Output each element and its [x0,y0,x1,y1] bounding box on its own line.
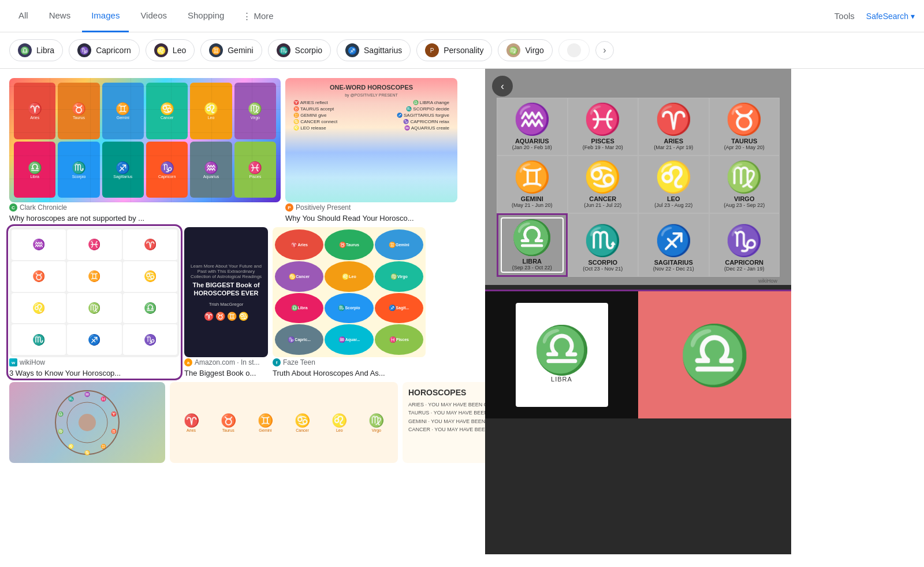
nav-videos[interactable]: Videos [131,0,176,32]
source-amazon: a Amazon.com · In st... [184,358,268,366]
filter-chip-gemini[interactable]: ♊ Gemini [200,39,262,61]
source-label-faze: Faze Teen [283,358,315,366]
chip-label-gemini: Gemini [228,46,253,55]
chevron-right-icon: › [603,45,606,55]
taurus-symbol: ♉ [725,104,763,134]
source-faze: f Faze Teen [273,358,426,366]
image-row-3: ♒ ♓ ♈ ♉ ♊ ♋ ♌ ♍ ♎ ♏ [9,382,476,463]
image-row-2: ♒ ♓ ♈ ♉ ♊ ♋ ♌ ♍ ♎ ♏ ♐ ♑ w wikiHow 3 [9,227,476,377]
tools-button[interactable]: Tools [825,6,864,25]
libra-label-white-card: LIBRA [551,376,572,383]
result-zodiac-wheel[interactable]: ♒ ♓ ♈ ♉ ♊ ♋ ♌ ♍ ♎ ♏ [9,382,165,463]
back-button[interactable]: ‹ [492,76,513,97]
zodiac-aries: ♈ ARIES (Mar 21 - Apr 19) [638,98,709,155]
svg-text:♋: ♋ [84,450,90,455]
filter-chip-leo[interactable]: ♌ Leo [146,39,195,61]
chip-icon-leo: ♌ [154,43,168,57]
aquarius-symbol: ♒ [513,104,551,134]
top-navigation: All News Images Videos Shopping ⋮ More T… [0,0,924,32]
gemini-dates: (May 21 - Jun 20) [512,202,553,208]
gemini-symbol: ♊ [513,162,551,192]
more-dots-icon: ⋮ [243,11,251,21]
virgo-name: VIRGO [734,195,754,202]
filter-chip-sagittarius[interactable]: ♐ Sagittarius [337,39,411,61]
aries-symbol: ♈ [655,104,692,134]
nav-images[interactable]: Images [82,0,129,32]
cancer-name: CANCER [589,195,616,202]
pisces-name: PISCES [591,138,614,144]
filter-chip-scorpio[interactable]: ♏ Scorpio [268,39,331,61]
zodiac-libra-selected[interactable]: ♎ LIBRA (Sep 23 - Oct 22) [497,213,568,277]
svg-text:♓: ♓ [100,396,106,402]
wikihow-watermark: wikiHow [497,277,780,285]
zodiac-sagittarius: ♐ SAGITARIUS (Nov 22 - Dec 21) [638,213,709,277]
result-wikihow[interactable]: ♒ ♓ ♈ ♉ ♊ ♋ ♌ ♍ ♎ ♏ ♐ ♑ w wikiHow 3 [9,227,180,377]
source-icon-amazon: a [184,358,192,366]
aquarius-name: AQUARIUS [515,138,549,144]
source-icon-wikihow: w [9,358,17,366]
nav-all[interactable]: All [9,0,38,32]
svg-point-2 [79,414,96,431]
nav-news[interactable]: News [40,0,80,32]
chip-label-libra: Libra [36,46,54,55]
result-amazon[interactable]: Learn More About Your Future and Past wi… [184,227,268,377]
result-title-positively: Why You Should Read Your Horosco... [285,214,457,223]
filter-next-button[interactable]: › [595,41,614,60]
bottom-panel-black[interactable]: ♎ LIBRA [485,291,638,418]
chip-icon-scorpio: ♏ [277,43,290,57]
chip-label-leo: Leo [173,46,186,55]
capricorn-dates: (Dec 22 - Jan 19) [724,266,765,272]
scorpio-name: SCORPIO [588,259,617,266]
one-word-row-2: ♊ GEMINI give ♐ SAGITTARIUS forgive [291,112,452,118]
symbol-aquarius: ♒ [12,229,66,260]
nav-more[interactable]: ⋮ More [236,6,280,26]
chip-label-capricorn: Capricorn [96,46,131,55]
filter-chip-virgo[interactable]: ♍ Virgo [498,39,552,61]
symbol-aries: ♈ [123,229,177,260]
zodiac-gemini: ♊ GEMINI (May 21 - Jun 20) [497,155,568,213]
result-clark-chronicle[interactable]: ♈ Aries ♉ Taurus ♊ Gemini ♋ [9,78,281,223]
bottom-panel-red[interactable]: ♎ [638,291,791,418]
capricorn-name: CAPRICORN [725,259,763,266]
source-positively: P Positively Present [285,203,457,212]
symbol-scorpio-s: ♏ [12,324,66,355]
result-orange-zodiac[interactable]: ♈ Aries ♉ Taurus ♊ Gemini ♋ [170,382,398,463]
book-author: Trish MacGregor [209,302,244,307]
scorpio-symbol: ♏ [584,225,621,255]
cancer-symbol: ♋ [584,162,621,192]
libra-symbol-white-card: ♎ [533,327,591,373]
filter-chip-libra[interactable]: ♎ Libra [9,39,63,61]
leo-dates: (Jul 23 - Aug 22) [654,202,692,208]
one-word-row-4: ♌ LEO release ♒ AQUARIUS create [291,125,452,131]
sagittarius-name: SAGITARIUS [654,259,693,266]
sagittarius-symbol: ♐ [655,225,692,255]
aries-name: ARIES [664,138,683,144]
main-content: ♈ Aries ♉ Taurus ♊ Gemini ♋ [0,69,924,554]
zodiac-leo: ♌ LEO (Jul 23 - Aug 22) [638,155,709,213]
libra-card-white: ♎ LIBRA [516,303,608,407]
pisces-dates: (Feb 19 - Mar 20) [583,144,623,150]
zodiac-pisces: ♓ PISCES (Feb 19 - Mar 20) [568,98,639,155]
safesearch-button[interactable]: SafeSearch ▾ [866,12,915,21]
nav-more-label: More [254,11,273,21]
result-faze[interactable]: ♈Aries ♉Taurus ♊Gemini ♋Cancer ♌Leo ♍Vir… [273,227,426,377]
filter-bar: ♎ Libra ♑ Capricorn ♌ Leo ♊ Gemini ♏ Sco… [0,32,924,69]
symbol-sagittarius-s: ♐ [67,324,121,355]
source-clark: C Clark Chronicle [9,203,281,212]
filter-chip-personality[interactable]: P Personality [416,39,492,61]
book-subtitle: Learn More About Your Future and Past wi… [189,264,263,279]
result-positively-present[interactable]: ONE-WORD HOROSCOPES by @POSITIVELY PRESE… [285,78,457,223]
svg-text:♈: ♈ [111,411,117,417]
nav-shopping[interactable]: Shopping [178,0,233,32]
source-label-wikihow: wikiHow [20,358,45,366]
filter-chip-partial[interactable] [558,39,590,61]
svg-text:♍: ♍ [58,428,64,434]
chip-icon-libra: ♎ [18,43,32,57]
safesearch-label: SafeSearch [866,12,908,21]
zodiac-capricorn: ♑ CAPRICORN (Dec 22 - Jan 19) [709,213,780,277]
chip-icon-virgo: ♍ [506,43,520,57]
filter-chip-capricorn[interactable]: ♑ Capricorn [69,39,140,61]
source-icon-faze: f [273,358,281,366]
svg-text:♊: ♊ [100,443,106,449]
chip-label-personality: Personality [444,46,483,55]
